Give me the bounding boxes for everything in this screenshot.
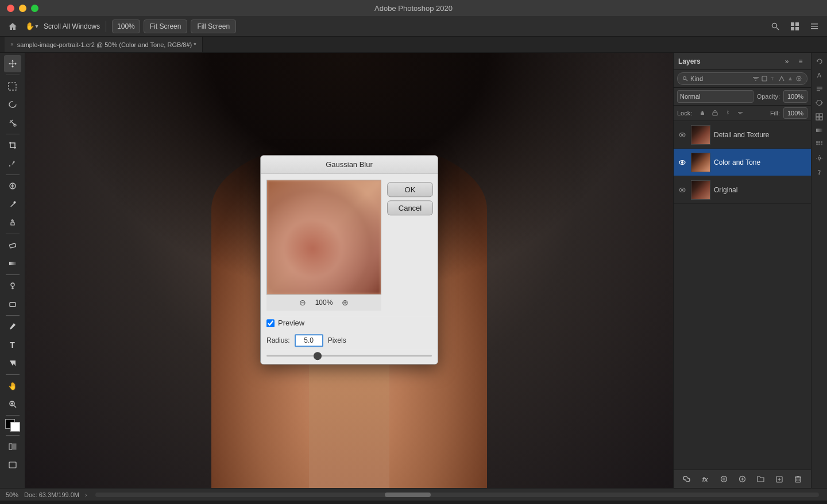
radius-input[interactable] [295, 334, 323, 347]
layer-thumbnail-colortone [691, 153, 710, 172]
svg-line-32 [686, 79, 687, 81]
maximize-button[interactable] [31, 5, 38, 12]
fit-screen-button[interactable]: Fit Screen [144, 20, 188, 33]
lock-image-button[interactable] [710, 108, 720, 118]
search-button[interactable] [767, 18, 783, 34]
sidebar-paragraph-button[interactable] [813, 83, 826, 95]
new-group-button[interactable] [755, 473, 767, 486]
blending-mode-select[interactable]: Normal Multiply Screen Overlay [677, 90, 753, 103]
zoom-in-preview-icon[interactable]: ⊕ [342, 298, 349, 307]
layer-visibility-icon-original[interactable] [677, 187, 687, 193]
status-expand-icon[interactable]: › [85, 491, 87, 498]
dialog-cancel-button[interactable]: Cancel [387, 200, 433, 215]
svg-text:T: T [771, 76, 774, 82]
path-selection-button[interactable] [4, 355, 21, 372]
svg-rect-33 [753, 77, 759, 78]
arrange-button[interactable] [787, 18, 803, 34]
eyedropper-tool-button[interactable] [4, 155, 21, 172]
eraser-tool-button[interactable] [4, 237, 21, 254]
new-adjustment-button[interactable] [736, 473, 748, 486]
sidebar-patterns-button[interactable] [813, 138, 826, 150]
svg-rect-69 [816, 117, 819, 120]
move-tool-button[interactable] [4, 55, 21, 72]
svg-rect-29 [13, 444, 16, 449]
quick-mask-button[interactable] [4, 438, 21, 455]
sidebar-history-button[interactable] [813, 55, 826, 68]
zoom-tool-button[interactable] [4, 396, 21, 413]
toolbar-separator [106, 21, 106, 32]
svg-point-17 [13, 201, 16, 204]
link-layers-button[interactable] [680, 473, 693, 486]
svg-rect-30 [9, 462, 16, 468]
screen-mode-button[interactable] [4, 456, 21, 474]
magic-wand-button[interactable] [4, 114, 21, 131]
layer-item-original[interactable]: Original [674, 176, 811, 204]
background-color[interactable] [10, 422, 20, 432]
right-panel: Layers » ≡ Kind T [673, 53, 811, 488]
lock-artboard-button[interactable] [736, 108, 745, 118]
zoom-out-preview-icon[interactable]: ⊖ [299, 298, 306, 307]
horizontal-scrollbar-thumb[interactable] [385, 493, 431, 497]
dialog-ok-button[interactable]: OK [387, 182, 433, 197]
home-button[interactable] [5, 18, 21, 34]
tool-sep-8 [6, 415, 20, 416]
layers-expand-button[interactable]: » [781, 56, 793, 67]
layers-search-box[interactable]: Kind T [677, 72, 807, 85]
dialog-title: Gaussian Blur [326, 160, 373, 169]
preview-checkbox[interactable] [266, 319, 275, 327]
layer-visibility-icon[interactable] [677, 132, 687, 138]
sidebar-settings-button[interactable] [813, 152, 826, 164]
status-zoom: 50% [6, 491, 18, 498]
delete-layer-button[interactable] [792, 473, 805, 486]
brush-tool-button[interactable] [4, 196, 21, 213]
fill-screen-button[interactable]: Fill Screen [191, 20, 236, 33]
marquee-tool-button[interactable] [4, 77, 21, 95]
layers-menu-button[interactable]: ≡ [795, 56, 806, 67]
lasso-tool-button[interactable] [4, 96, 21, 113]
tool-sep-1 [6, 75, 20, 75]
dialog-buttons: OK Cancel [387, 180, 433, 311]
svg-rect-35 [755, 80, 756, 81]
color-swatch[interactable] [5, 419, 20, 432]
sidebar-gradient-button[interactable] [813, 124, 826, 137]
minimize-button[interactable] [19, 5, 26, 12]
layer-mask-button[interactable] [717, 473, 730, 486]
sidebar-swatches-button[interactable] [813, 110, 826, 123]
layer-item-color-tone[interactable]: Color and Tone [674, 149, 811, 176]
type-tool-button[interactable]: T [4, 336, 21, 354]
clone-stamp-button[interactable] [4, 214, 21, 231]
sidebar-char-styles-button[interactable]: A [813, 69, 826, 82]
svg-point-79 [819, 173, 820, 174]
svg-rect-68 [820, 114, 822, 117]
gradient-tool-button[interactable] [4, 255, 21, 272]
layer-item-detail-texture[interactable]: Detail and Texture [674, 121, 811, 149]
hand-scroll-tool-button[interactable]: ✋ ▼ [24, 18, 40, 34]
layers-filter-icons: T [752, 75, 802, 82]
zoom-display[interactable]: 100% [112, 20, 140, 33]
close-button[interactable] [7, 5, 14, 12]
svg-line-11 [10, 122, 11, 123]
dodge-tool-button[interactable] [4, 277, 21, 294]
healing-brush-button[interactable] [4, 177, 21, 195]
horizontal-scrollbar-track[interactable] [95, 493, 819, 497]
document-tab[interactable]: × sample-image-portrait-1.cr2 @ 50% (Col… [5, 37, 203, 52]
radius-slider[interactable] [266, 355, 432, 356]
hand-tool-button[interactable]: 🤚 [4, 377, 21, 394]
preview-label[interactable]: Preview [278, 319, 304, 327]
sidebar-adjustments-button[interactable] [813, 96, 826, 109]
pen-tool-button[interactable] [4, 318, 21, 335]
fill-value[interactable]: 100% [783, 107, 807, 119]
opacity-value[interactable]: 100% [783, 90, 807, 103]
rectangle-tool-button[interactable] [4, 296, 21, 313]
lock-transparent-button[interactable] [698, 108, 707, 118]
lock-position-button[interactable] [723, 108, 732, 118]
workspace-button[interactable] [806, 18, 822, 34]
tab-close-icon[interactable]: × [10, 41, 14, 48]
crop-tool-button[interactable] [4, 137, 21, 154]
layer-visibility-icon-colortone[interactable] [677, 160, 687, 165]
layer-effects-button[interactable]: fx [699, 473, 712, 486]
tool-sep-5 [6, 274, 20, 275]
sidebar-help-button[interactable] [813, 165, 826, 178]
svg-point-47 [682, 189, 683, 191]
new-layer-button[interactable] [773, 473, 786, 486]
